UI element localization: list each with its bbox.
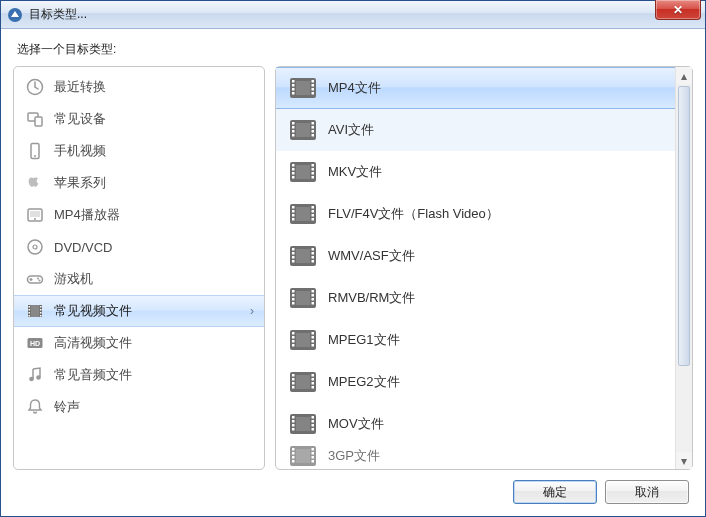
svg-rect-121 — [292, 452, 295, 455]
format-item[interactable]: AVI文件 — [276, 109, 675, 151]
svg-rect-24 — [40, 315, 42, 317]
cancel-button-label: 取消 — [635, 484, 659, 501]
svg-rect-31 — [292, 84, 295, 87]
svg-rect-92 — [292, 340, 295, 343]
category-item-hd[interactable]: HD高清视频文件› — [14, 327, 264, 359]
format-label: WMV/ASF文件 — [328, 247, 415, 265]
film-icon — [290, 78, 316, 98]
close-button[interactable]: ✕ — [655, 0, 701, 20]
svg-rect-101 — [292, 378, 295, 381]
dialog-window: 目标类型... ✕ 选择一个目标类型: 最近转换›常见设备›手机视频›苹果系列›… — [0, 0, 706, 517]
format-item[interactable]: MKV文件 — [276, 151, 675, 193]
svg-rect-32 — [292, 88, 295, 91]
format-item[interactable]: MOV文件 — [276, 403, 675, 445]
svg-rect-3 — [35, 117, 42, 126]
category-item-game[interactable]: 游戏机› — [14, 263, 264, 295]
svg-rect-57 — [312, 176, 315, 179]
svg-rect-118 — [296, 417, 310, 431]
svg-rect-125 — [312, 452, 315, 455]
svg-rect-66 — [312, 214, 315, 217]
format-label: 3GP文件 — [328, 447, 380, 465]
category-item-mobile[interactable]: 手机视频› — [14, 135, 264, 167]
category-item-ring[interactable]: 铃声› — [14, 391, 264, 423]
category-label: 苹果系列 — [54, 174, 254, 192]
format-label: AVI文件 — [328, 121, 374, 139]
bell-icon — [26, 398, 44, 416]
svg-rect-56 — [312, 172, 315, 175]
film-icon — [290, 162, 316, 182]
svg-rect-23 — [40, 312, 42, 314]
titlebar: 目标类型... ✕ — [1, 1, 705, 29]
format-item[interactable]: RMVB/RM文件 — [276, 277, 675, 319]
svg-rect-112 — [292, 424, 295, 427]
scroll-track[interactable] — [676, 84, 692, 452]
format-list-wrap: MP4文件AVI文件MKV文件FLV/F4V文件（Flash Video）WMV… — [276, 67, 675, 469]
format-item[interactable]: MP4文件 — [276, 67, 675, 109]
category-label: 常见视频文件 — [54, 302, 240, 320]
format-label: MPEG1文件 — [328, 331, 400, 349]
ok-button-label: 确定 — [543, 484, 567, 501]
format-item[interactable]: FLV/F4V文件（Flash Video） — [276, 193, 675, 235]
category-item-audio[interactable]: 常见音频文件› — [14, 359, 264, 391]
format-item[interactable]: MPEG1文件 — [276, 319, 675, 361]
scroll-down-button[interactable]: ▾ — [676, 452, 692, 469]
svg-rect-52 — [292, 172, 295, 175]
svg-rect-72 — [292, 256, 295, 259]
svg-rect-75 — [312, 252, 315, 255]
svg-rect-87 — [312, 302, 315, 305]
svg-rect-86 — [312, 298, 315, 301]
apple-icon — [26, 174, 44, 192]
svg-rect-37 — [312, 92, 315, 95]
scroll-up-button[interactable]: ▴ — [676, 67, 692, 84]
film-icon — [290, 120, 316, 140]
film-icon — [290, 372, 316, 392]
svg-point-8 — [34, 218, 36, 220]
svg-rect-78 — [296, 249, 310, 263]
svg-rect-103 — [292, 386, 295, 389]
svg-rect-40 — [292, 122, 295, 125]
category-item-apple[interactable]: 苹果系列› — [14, 167, 264, 199]
prompt-label: 选择一个目标类型: — [17, 41, 693, 58]
format-item[interactable]: MPEG2文件 — [276, 361, 675, 403]
format-item[interactable]: 3GP文件 — [276, 445, 675, 467]
svg-rect-7 — [30, 211, 40, 217]
svg-rect-116 — [312, 424, 315, 427]
film-icon — [26, 302, 44, 320]
music-icon — [26, 366, 44, 384]
app-icon — [7, 7, 23, 23]
svg-rect-96 — [312, 340, 315, 343]
category-item-devices[interactable]: 常见设备› — [14, 103, 264, 135]
svg-rect-77 — [312, 260, 315, 263]
category-label: 常见音频文件 — [54, 366, 254, 384]
format-item[interactable]: WMV/ASF文件 — [276, 235, 675, 277]
format-label: MOV文件 — [328, 415, 384, 433]
cancel-button[interactable]: 取消 — [605, 480, 689, 504]
ok-button[interactable]: 确定 — [513, 480, 597, 504]
category-pane: 最近转换›常见设备›手机视频›苹果系列›MP4播放器›DVD/VCD›游戏机›常… — [13, 66, 265, 470]
svg-rect-35 — [312, 84, 315, 87]
film-icon — [290, 446, 316, 466]
scrollbar[interactable]: ▴ ▾ — [675, 67, 692, 469]
svg-rect-123 — [292, 460, 295, 463]
category-item-disc[interactable]: DVD/VCD› — [14, 231, 264, 263]
svg-rect-73 — [292, 260, 295, 263]
svg-rect-46 — [312, 130, 315, 133]
category-label: 常见设备 — [54, 110, 254, 128]
svg-rect-42 — [292, 130, 295, 133]
svg-rect-47 — [312, 134, 315, 137]
category-label: 铃声 — [54, 398, 254, 416]
category-item-mp4p[interactable]: MP4播放器› — [14, 199, 264, 231]
format-label: MPEG2文件 — [328, 373, 400, 391]
close-icon: ✕ — [673, 3, 683, 17]
scroll-thumb[interactable] — [678, 86, 690, 366]
svg-rect-105 — [312, 378, 315, 381]
category-item-recent[interactable]: 最近转换› — [14, 71, 264, 103]
svg-rect-126 — [312, 456, 315, 459]
svg-rect-61 — [292, 210, 295, 213]
svg-rect-83 — [292, 302, 295, 305]
svg-rect-18 — [29, 309, 31, 311]
svg-rect-94 — [312, 332, 315, 335]
category-item-video[interactable]: 常见视频文件› — [14, 295, 264, 327]
film-icon — [290, 288, 316, 308]
svg-rect-82 — [292, 298, 295, 301]
